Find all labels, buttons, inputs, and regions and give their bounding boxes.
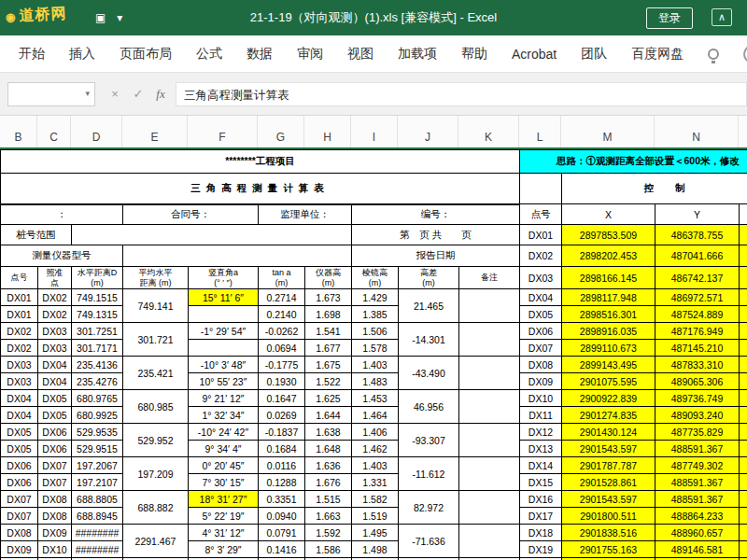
- cell-prism-height[interactable]: 1.578: [352, 340, 399, 357]
- column-label-angle[interactable]: 竖直角a (° ′ ″): [189, 267, 259, 289]
- cell-distance[interactable]: 301.7251: [72, 323, 123, 340]
- cell-coord-y[interactable]: 486742.137: [655, 267, 740, 289]
- cell-coord-y[interactable]: 488591.367: [655, 491, 740, 508]
- cell-coord-x[interactable]: 2899110.673: [562, 340, 655, 357]
- cell-coord-y[interactable]: 489146.581: [655, 541, 740, 558]
- cell-point-id[interactable]: DX08: [520, 357, 562, 373]
- column-header-I[interactable]: I: [351, 116, 398, 147]
- cell-distance[interactable]: 688.8805: [72, 491, 123, 508]
- control-header-y[interactable]: Y: [655, 204, 740, 225]
- cell-angle[interactable]: 1° 32′ 34″: [189, 407, 259, 424]
- cell-coord-z[interactable]: 10: [740, 407, 747, 424]
- cell-coord-z[interactable]: 10: [740, 491, 747, 508]
- cell-coord-z[interactable]: 10: [740, 541, 747, 558]
- cell-tan[interactable]: 0.0694: [259, 340, 305, 357]
- cell-inst-height[interactable]: 1.676: [305, 474, 352, 491]
- cell-height-diff[interactable]: -11.612: [399, 457, 459, 491]
- cell-inst-height[interactable]: 1.592: [305, 525, 352, 541]
- control-header-x[interactable]: X: [562, 204, 655, 225]
- cell-tan[interactable]: 0.0269: [259, 407, 305, 424]
- cell-distance[interactable]: 529.9535: [72, 424, 123, 441]
- cell-coord-y[interactable]: 488864.233: [655, 508, 740, 525]
- cell-avg-distance[interactable]: 529.952: [123, 424, 189, 457]
- cell-target[interactable]: DX09: [38, 525, 72, 541]
- cell-point[interactable]: DX02: [1, 323, 38, 340]
- column-label-target[interactable]: 照准 点: [38, 267, 72, 289]
- cell-target[interactable]: DX02: [38, 289, 72, 306]
- instrument-model-cell[interactable]: 测量仪器型号: [1, 245, 123, 267]
- cell-target[interactable]: DX03: [38, 340, 72, 357]
- cell-height-diff[interactable]: -71.636: [399, 525, 459, 558]
- cell-height-diff[interactable]: 46.956: [399, 390, 459, 424]
- column-header-O[interactable]: O: [739, 116, 747, 147]
- column-header-J[interactable]: J: [398, 116, 458, 147]
- cell-coord-x[interactable]: 2901543.597: [562, 491, 655, 508]
- cell-target[interactable]: DX02: [38, 306, 72, 323]
- cell-coord-z[interactable]: 1: [740, 267, 747, 289]
- ribbon-tab-10[interactable]: 团队: [581, 46, 607, 63]
- cell-point[interactable]: DX02: [1, 340, 38, 357]
- cell-point-id[interactable]: DX11: [520, 407, 562, 424]
- column-label-prism-height[interactable]: 棱镜高 (m): [352, 267, 399, 289]
- cell-target[interactable]: DX05: [38, 407, 72, 424]
- cell-coord-z[interactable]: 10: [740, 525, 747, 541]
- cell-tan[interactable]: 0.1684: [259, 441, 305, 457]
- cell-note[interactable]: [459, 457, 520, 491]
- cell-angle[interactable]: 9° 21′ 12″: [189, 390, 259, 407]
- cell-coord-x[interactable]: 2901274.835: [562, 407, 655, 424]
- cell-coord-y[interactable]: 487735.829: [655, 424, 740, 441]
- empty-cell[interactable]: [123, 245, 352, 267]
- cell-coord-y[interactable]: 487145.210: [655, 340, 740, 357]
- cell-coord-x[interactable]: 2898516.301: [562, 306, 655, 323]
- cell-coord-z[interactable]: 11: [740, 225, 747, 245]
- cell-point-id[interactable]: DX15: [520, 474, 562, 491]
- ribbon-tab-0[interactable]: 开始: [19, 46, 45, 63]
- cell-coord-x[interactable]: 2901787.787: [562, 457, 655, 474]
- cell-point[interactable]: DX06: [1, 457, 38, 474]
- cell-distance[interactable]: 197.2067: [72, 457, 123, 474]
- cell-target[interactable]: DX06: [38, 424, 72, 441]
- cell-point-id[interactable]: DX13: [520, 441, 562, 457]
- cell-prism-height[interactable]: 1.406: [352, 424, 399, 441]
- cell-coord-x[interactable]: 2901075.595: [562, 373, 655, 390]
- cell-point-id[interactable]: DX09: [520, 373, 562, 390]
- cell-target[interactable]: DX08: [38, 491, 72, 508]
- cell-height-diff[interactable]: -43.490: [399, 357, 459, 390]
- cell-target[interactable]: DX07: [38, 457, 72, 474]
- ribbon-tab-1[interactable]: 插入: [69, 46, 95, 63]
- cell-point-id[interactable]: DX12: [520, 424, 562, 441]
- cell-coord-y[interactable]: 489065.306: [655, 373, 740, 390]
- cell-angle[interactable]: 10° 55′ 23″: [189, 373, 259, 390]
- cell-note[interactable]: [459, 323, 520, 357]
- cell-point-id[interactable]: DX02: [520, 245, 562, 267]
- control-title-cell[interactable]: 控 制: [562, 174, 747, 204]
- cell-target[interactable]: DX03: [38, 323, 72, 340]
- cell-prism-height[interactable]: 1.453: [352, 390, 399, 407]
- cell-point[interactable]: DX04: [1, 407, 38, 424]
- cell-coord-z[interactable]: 10: [740, 424, 747, 441]
- cell-target[interactable]: DX10: [38, 541, 72, 558]
- cell-point[interactable]: DX03: [1, 373, 38, 390]
- cell-prism-height[interactable]: 1.403: [352, 357, 399, 373]
- cell-angle[interactable]: 9° 34′ 4″: [189, 441, 259, 457]
- cell-coord-z[interactable]: 10: [740, 373, 747, 390]
- report-date-cell[interactable]: 报告日期: [352, 245, 520, 267]
- cell-prism-height[interactable]: 1.495: [352, 525, 399, 541]
- cell-coord-x[interactable]: 2901838.516: [562, 525, 655, 541]
- cell-coord-x[interactable]: 2901800.511: [562, 508, 655, 525]
- cell-target[interactable]: DX06: [38, 441, 72, 457]
- cell-inst-height[interactable]: 1.675: [305, 357, 352, 373]
- column-header-F[interactable]: F: [188, 116, 258, 147]
- cell-coord-z[interactable]: 11: [740, 245, 747, 267]
- column-label-distance[interactable]: 水平距离D (m): [72, 267, 123, 289]
- cell-coord-y[interactable]: 486972.571: [655, 289, 740, 306]
- cell-coord-y[interactable]: 487041.666: [655, 245, 740, 267]
- empty-cell[interactable]: [520, 174, 562, 204]
- cell-coord-y[interactable]: 488591.367: [655, 474, 740, 491]
- ribbon-tab-4[interactable]: 数据: [247, 46, 273, 63]
- cell-point[interactable]: DX01: [1, 289, 38, 306]
- column-label-inst-height[interactable]: 仪器高 (m): [305, 267, 352, 289]
- cell-coord-y[interactable]: 487749.302: [655, 457, 740, 474]
- cell-tan[interactable]: 0.0791: [259, 525, 305, 541]
- cell-inst-height[interactable]: 1.644: [305, 407, 352, 424]
